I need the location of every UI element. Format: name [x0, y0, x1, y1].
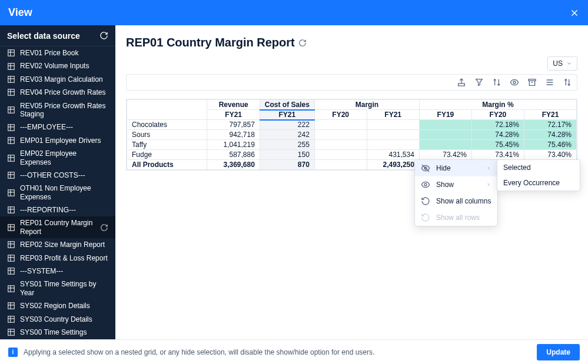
col-group-cost[interactable]: Cost of Sales: [260, 100, 314, 110]
sidebar-item[interactable]: OTH01 Non Employee Expenses: [0, 182, 115, 203]
cell: 870: [260, 160, 314, 170]
svg-rect-23: [459, 84, 465, 86]
sidebar-item-label: EMP02 Employee Expenses: [20, 149, 108, 166]
svg-rect-10: [8, 207, 15, 213]
table-row[interactable]: Fudge587,886150431,53473.42%73.41%73.40%: [127, 150, 577, 160]
context-submenu: Selected Every Occurrence: [497, 159, 580, 191]
footer: i Applying a selected show on a nested g…: [0, 339, 588, 364]
sidebar-item[interactable]: REV02 Volume Inputs: [0, 59, 115, 72]
sidebar-item-label: OTH01 Non Employee Expenses: [20, 184, 108, 201]
sidebar-item-label: ---SYSTEM---: [20, 267, 108, 275]
col-period[interactable]: FY20: [314, 110, 367, 120]
cell: 587,886: [207, 150, 260, 160]
sidebar-item[interactable]: EMP01 Employee Drivers: [0, 134, 115, 147]
sidebar-item[interactable]: REV01 Price Book: [0, 46, 115, 59]
cell: [314, 130, 367, 140]
country-dropdown[interactable]: US: [547, 56, 577, 71]
sidebar-item[interactable]: ---SYSTEM---: [0, 265, 115, 278]
row-label: All Products: [127, 160, 207, 170]
sidebar-item[interactable]: SYS03 Country Details: [0, 313, 115, 326]
sidebar-item[interactable]: ---REPORTING---: [0, 203, 115, 216]
ctx-selected[interactable]: Selected: [497, 160, 580, 175]
col-period[interactable]: FY20: [471, 110, 524, 120]
col-group-revenue[interactable]: Revenue: [207, 100, 260, 110]
cell: [314, 150, 367, 160]
svg-rect-8: [8, 172, 15, 179]
ctx-show[interactable]: Show: [415, 176, 497, 193]
svg-rect-25: [529, 79, 536, 81]
archive-icon[interactable]: [527, 78, 537, 87]
ctx-label: Show: [436, 181, 454, 189]
svg-rect-17: [8, 316, 15, 323]
sidebar-item[interactable]: REP03 Profit & Loss Report: [0, 252, 115, 265]
reorder-icon[interactable]: [563, 78, 572, 87]
ctx-show-all-rows: Show all rows: [415, 209, 497, 226]
col-group-margin[interactable]: Margin: [314, 100, 419, 110]
cell: 222: [260, 120, 314, 130]
eye-icon[interactable]: [510, 78, 519, 87]
svg-rect-16: [8, 303, 15, 309]
cell: 431,534: [367, 150, 419, 160]
sort-icon[interactable]: [492, 78, 501, 87]
col-period[interactable]: FY21: [260, 110, 314, 120]
svg-rect-4: [8, 107, 15, 113]
ctx-show-all-cols[interactable]: Show all columns: [415, 193, 497, 209]
sidebar-item[interactable]: REV03 Margin Calculation: [0, 73, 115, 86]
sidebar-item[interactable]: REP01 Country Margin Report: [0, 216, 115, 238]
cell: [419, 140, 471, 150]
ctx-label: Every Occurrence: [503, 179, 560, 187]
cell: 74.28%: [524, 130, 576, 140]
sidebar-item[interactable]: SYS04 Location Details: [0, 339, 115, 339]
row-label: Taffy: [127, 140, 207, 150]
filter-icon[interactable]: [474, 78, 484, 87]
close-icon[interactable]: [569, 8, 580, 18]
cell: 72.17%: [524, 120, 576, 130]
refresh-icon[interactable]: [298, 39, 307, 47]
cell: [367, 130, 419, 140]
sidebar-item[interactable]: ---OTHER COSTS---: [0, 169, 115, 182]
export-icon[interactable]: [457, 78, 466, 87]
sidebar: Select data source REV01 Price BookREV02…: [0, 25, 115, 339]
sidebar-item[interactable]: REP02 Size Margin Report: [0, 238, 115, 251]
ctx-every-occurrence[interactable]: Every Occurrence: [497, 175, 580, 191]
cell: 73.42%: [419, 150, 471, 160]
sidebar-item[interactable]: EMP02 Employee Expenses: [0, 147, 115, 169]
list-icon[interactable]: [545, 78, 554, 87]
svg-rect-7: [8, 155, 15, 161]
svg-rect-14: [8, 268, 15, 275]
sidebar-item[interactable]: ---EMPLOYEE---: [0, 121, 115, 133]
cell: 72.18%: [471, 120, 524, 130]
sidebar-item[interactable]: SYS00 Time Settings: [0, 326, 115, 339]
col-period[interactable]: FY21: [207, 110, 260, 120]
sidebar-item[interactable]: REV05 Price Growth Rates Staging: [0, 99, 115, 121]
sidebar-item[interactable]: SYS01 Time Settings by Year: [0, 278, 115, 299]
table-row[interactable]: Taffy1,041,21925575.45%75.46%: [127, 140, 577, 150]
col-period[interactable]: FY21: [524, 110, 576, 120]
sidebar-item-label: SYS03 Country Details: [20, 315, 108, 323]
svg-rect-18: [8, 329, 15, 336]
ctx-hide[interactable]: Hide: [415, 160, 497, 176]
sidebar-item-label: REV05 Price Growth Rates Staging: [20, 102, 108, 119]
col-period[interactable]: FY21: [367, 110, 419, 120]
cell: 242: [260, 130, 314, 140]
update-button[interactable]: Update: [537, 344, 580, 360]
cell: [419, 130, 471, 140]
col-group-margin-pct[interactable]: Margin %: [419, 100, 576, 110]
eye-off-icon: [421, 163, 430, 173]
sidebar-item-label: ---OTHER COSTS---: [20, 171, 108, 179]
col-period[interactable]: FY19: [419, 110, 471, 120]
svg-rect-6: [8, 138, 15, 144]
table-row[interactable]: Chocolates797,85722272.18%72.17%: [127, 120, 577, 130]
svg-rect-2: [8, 76, 15, 83]
refresh-icon[interactable]: [99, 31, 108, 40]
table-row[interactable]: Sours942,71824274.28%74.28%: [127, 130, 577, 140]
cell: [367, 120, 419, 130]
sidebar-item[interactable]: REV04 Price Growth Rates: [0, 86, 115, 99]
grid-toolbar: [126, 74, 577, 91]
sidebar-item-label: REP02 Size Margin Report: [20, 241, 108, 249]
sidebar-item-label: REV01 Price Book: [20, 49, 108, 57]
sidebar-item[interactable]: SYS02 Region Details: [0, 299, 115, 312]
sidebar-item-label: REP01 Country Margin Report: [20, 219, 95, 236]
cell: [314, 120, 367, 130]
ctx-label: Hide: [436, 164, 451, 172]
